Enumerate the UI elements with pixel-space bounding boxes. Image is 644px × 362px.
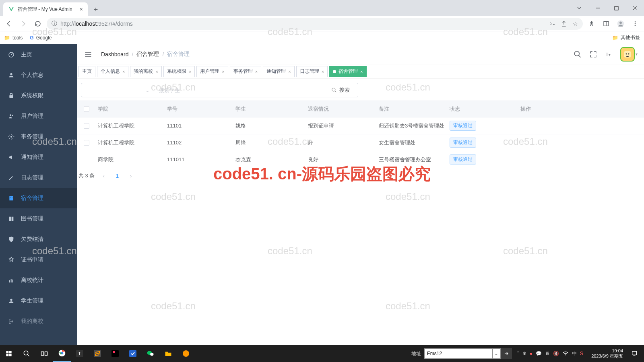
close-window-icon[interactable] — [625, 2, 644, 14]
todo-icon[interactable] — [124, 345, 142, 362]
sidebar-item-notify[interactable]: 通知管理 — [0, 147, 77, 167]
page-number[interactable]: 1 — [113, 173, 122, 179]
ime-input[interactable] — [424, 348, 493, 359]
sidebar-item-permission[interactable]: 系统权限 — [0, 85, 77, 106]
search-icon[interactable] — [18, 345, 35, 362]
tab-log[interactable]: 日志管理× — [296, 66, 328, 77]
text-size-icon[interactable]: TT — [605, 51, 612, 58]
exit-icon — [8, 318, 14, 325]
sidebar-item-stats[interactable]: 离校统计 — [0, 270, 77, 290]
explorer-icon[interactable] — [159, 345, 177, 362]
app-icon[interactable]: T — [71, 345, 89, 362]
close-icon[interactable]: × — [189, 69, 191, 74]
go-icon[interactable] — [501, 348, 512, 359]
idea-icon[interactable] — [106, 345, 124, 362]
tab-home[interactable]: 主页 — [78, 66, 95, 77]
tab-dropdown-icon[interactable] — [570, 2, 588, 14]
address-bar[interactable]: ⓘ http://localhost:9527/#/dorms 🗝 ☆ — [47, 18, 583, 30]
close-icon[interactable]: × — [222, 69, 224, 74]
wechat-icon[interactable] — [142, 345, 159, 362]
sidebar-item-users[interactable]: 用户管理 — [0, 106, 77, 126]
sublime-icon[interactable] — [89, 345, 106, 362]
wifi-icon[interactable] — [562, 351, 569, 356]
bookmarks-bar: 📁tools GGoogle 📁其他书签 — [0, 31, 644, 44]
close-icon[interactable]: × — [288, 69, 291, 74]
fullscreen-icon[interactable] — [590, 51, 597, 58]
search-input[interactable] — [154, 83, 323, 97]
caret-down-icon[interactable]: ▾ — [636, 52, 638, 56]
filter-select[interactable]: ⌄ — [81, 83, 154, 97]
sidebar-item-students[interactable]: 学生管理 — [0, 290, 77, 311]
star-icon[interactable]: ☆ — [573, 21, 578, 27]
tray-icon[interactable]: ❄ — [522, 351, 526, 356]
notification-icon[interactable] — [628, 345, 641, 362]
close-icon[interactable]: × — [155, 69, 158, 74]
new-tab-button[interactable]: + — [90, 4, 101, 15]
share-icon[interactable] — [561, 21, 567, 27]
extension-icon[interactable] — [586, 18, 597, 29]
bookmark-google[interactable]: GGoogle — [30, 35, 52, 41]
tab-users[interactable]: 用户管理× — [196, 66, 228, 77]
prev-page-icon[interactable]: ‹ — [101, 173, 106, 179]
row-checkbox[interactable] — [84, 140, 89, 146]
minimize-icon[interactable] — [588, 2, 607, 14]
select-all-checkbox[interactable] — [84, 106, 89, 112]
bookmark-tools[interactable]: 📁tools — [4, 35, 23, 41]
bookmark-other[interactable]: 📁其他书签 — [612, 34, 640, 41]
back-icon[interactable] — [3, 18, 14, 29]
app-icon[interactable] — [177, 345, 195, 362]
search-icon — [331, 87, 337, 93]
sidebar-item-dorms[interactable]: 宿舍管理 — [0, 188, 77, 208]
close-icon[interactable]: × — [322, 69, 324, 74]
key-icon[interactable]: 🗝 — [549, 21, 555, 27]
tray-icon[interactable]: ● — [530, 351, 533, 356]
tab-profile[interactable]: 个人信息× — [97, 66, 128, 77]
tray-chevron-icon[interactable]: ˄ — [517, 351, 519, 356]
forward-icon[interactable] — [18, 18, 29, 29]
tray-icon[interactable]: 🖥 — [545, 351, 550, 356]
search-button[interactable]: 搜索 — [323, 83, 358, 97]
sidebar-item-log[interactable]: 日志管理 — [0, 167, 77, 188]
tab-dorms[interactable]: 宿舍管理× — [329, 66, 366, 77]
breadcrumb-item[interactable]: 宿舍管理 — [136, 51, 159, 58]
close-icon[interactable]: × — [122, 69, 125, 74]
volume-icon[interactable]: 🔇 — [553, 351, 559, 356]
sidebar-item-fees[interactable]: 欠费结清 — [0, 229, 77, 249]
sidebar-item-affairs[interactable]: 事务管理 — [0, 126, 77, 147]
breadcrumb-item[interactable]: Dashboard — [101, 51, 129, 58]
sidebar-item-books[interactable]: 图书管理 — [0, 208, 77, 229]
search-icon[interactable] — [574, 50, 582, 58]
tab-leave[interactable]: 我的离校× — [130, 66, 161, 77]
browser-tab[interactable]: 宿舍管理 - My Vue Admin × — [3, 2, 88, 16]
tray-icon[interactable]: S — [580, 351, 583, 356]
cell-note: 女生宿舍管理处 — [379, 139, 450, 146]
chrome-icon[interactable] — [53, 345, 71, 362]
close-tab-icon[interactable]: × — [80, 6, 83, 12]
chevron-down-icon[interactable]: ⌄ — [493, 348, 501, 359]
next-page-icon[interactable]: › — [128, 173, 133, 179]
tray-icon[interactable]: 💬 — [536, 351, 542, 356]
close-icon[interactable]: × — [255, 69, 258, 74]
svg-point-6 — [635, 21, 636, 23]
ime-icon[interactable]: 中 — [572, 350, 577, 357]
info-icon[interactable]: ⓘ — [52, 20, 57, 27]
avatar[interactable] — [620, 47, 635, 62]
close-icon[interactable]: × — [360, 69, 363, 74]
reload-icon[interactable] — [32, 18, 43, 29]
side-panel-icon[interactable] — [601, 18, 612, 29]
menu-icon[interactable] — [630, 18, 641, 29]
tab-notify[interactable]: 通知管理× — [263, 66, 294, 77]
profile-icon[interactable] — [615, 18, 626, 29]
start-icon[interactable] — [0, 345, 18, 362]
row-checkbox[interactable] — [84, 123, 89, 129]
maximize-icon[interactable] — [607, 2, 625, 14]
sidebar-item-home[interactable]: 主页 — [0, 44, 77, 65]
taskbar-clock[interactable]: 19:04 2023/6/9 星期五 — [588, 348, 626, 359]
tab-affairs[interactable]: 事务管理× — [230, 66, 261, 77]
tab-permission[interactable]: 系统权限× — [163, 66, 195, 77]
sidebar-item-leave[interactable]: 我的离校 — [0, 311, 77, 331]
task-view-icon[interactable] — [35, 345, 53, 362]
sidebar-item-cert[interactable]: 证书申请 — [0, 249, 77, 270]
sidebar-item-profile[interactable]: 个人信息 — [0, 65, 77, 85]
hamburger-icon[interactable] — [83, 49, 93, 59]
